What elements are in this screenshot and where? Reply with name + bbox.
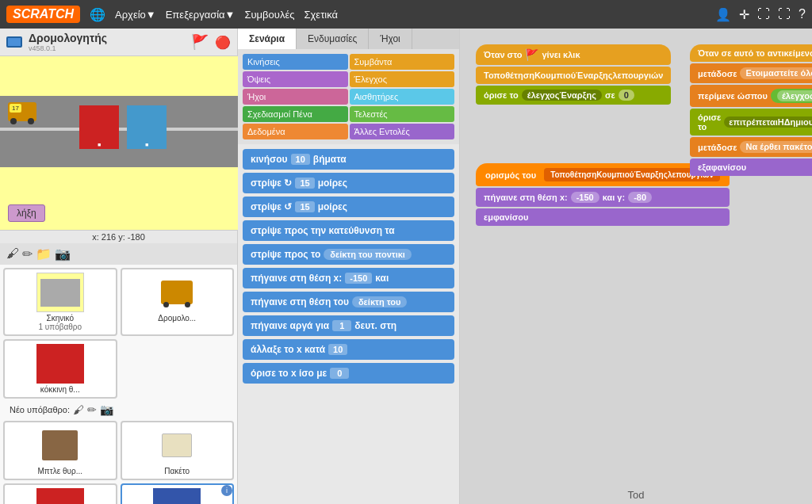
sprite-item-dromologitis[interactable]: Δρομολο...: [121, 268, 235, 336]
new-sprite-camera[interactable]: 📷: [100, 403, 113, 416]
lhx-button[interactable]: λήξη: [8, 204, 45, 222]
script-pigaine-thesi-coord[interactable]: πήγαινε στη θέση x: -150 και γ: -80: [476, 188, 730, 207]
sprite-item-enarxi[interactable]: i έναρξη Έναρξη: [121, 483, 235, 504]
camera-icon[interactable]: 📷: [55, 246, 71, 262]
tab-costumes[interactable]: Ενδυμασίες: [297, 29, 369, 49]
sprite-item-kokkini[interactable]: κόκκινη θ...: [3, 339, 117, 399]
folder-icon[interactable]: 📁: [36, 246, 52, 262]
sprite-item-paketo[interactable]: Πακέτο: [121, 421, 235, 480]
script-orise-elegxos[interactable]: όρισε το έλεγχοςΈναρξης σε 0: [476, 86, 671, 105]
script-topothetisi-call[interactable]: ΤοποθέτησηΚουμπιούΈναρξηςλεπουργιών: [476, 67, 671, 84]
cat-ixoi[interactable]: Ήχοι: [243, 89, 348, 105]
menubar: SCRATCH 🌐 Αρχείο▼ Επεξεργασία▼ Συμβουλές…: [0, 0, 812, 29]
block-pigaine-thesi[interactable]: πήγαινε στη θέση x: -150 και: [243, 268, 454, 288]
block-orise-x[interactable]: όρισε το x ίσο με 0: [243, 363, 454, 384]
script-metadose-paketo[interactable]: μετάδοσε Να έρθει πακέτο ▾: [690, 137, 812, 157]
script-orise-epitrepetai[interactable]: όρισε το επιτρέπεταιΗΔημιουργίαΝέουΠακέτ…: [690, 109, 812, 136]
stage-canvas: 17 ■ ■ λήξη: [0, 56, 238, 231]
stage-icon: [6, 36, 22, 48]
stage-coords: x: 216 y: -180: [0, 231, 237, 243]
vehicle-sprite: 17: [8, 102, 36, 121]
cat-elegxos[interactable]: Έλεγχος: [350, 71, 455, 87]
red-item: ■: [79, 105, 119, 149]
cat-symvanta[interactable]: Συμβάντα: [350, 54, 455, 70]
block-categories: Κινήσεις Συμβάντα Όψεις Έλεγχος Ήχοι Αισ…: [238, 49, 459, 144]
info-badge: i: [221, 485, 232, 496]
fullscreen-icon[interactable]: ⛶: [757, 7, 770, 22]
stop-button[interactable]: 🔴: [215, 35, 231, 50]
new-sprite-row: Νέο υπόβαθρο: 🖌 ✏ 📷: [3, 402, 234, 418]
paint-icon[interactable]: 🖌: [6, 246, 19, 262]
menu-file[interactable]: Αρχείο▼: [115, 9, 156, 21]
script-green-flag-hat[interactable]: Όταν στο 🚩 γίνει κλικ: [476, 44, 671, 65]
tab-scenarios[interactable]: Σενάρια: [238, 29, 297, 49]
block-allaxe-x[interactable]: άλλαξε το x κατά 10: [243, 339, 454, 360]
globe-icon[interactable]: 🌐: [90, 7, 105, 22]
bottom-text: Tod: [628, 489, 645, 501]
script-metadose-etoimasteite[interactable]: μετάδοσε Ετοιμαστείτε όλοι ▾: [690, 63, 812, 83]
new-sprite-file[interactable]: ✏: [87, 403, 97, 416]
cat-aisthitires[interactable]: Αισθητήρες: [350, 89, 455, 105]
scratch-logo: SCRATCH: [6, 6, 80, 23]
cat-kiniseis[interactable]: Κινήσεις: [243, 54, 348, 70]
profile-icon[interactable]: 👤: [715, 7, 731, 22]
tabs: Σενάρια Ενδυμασίες Ήχοι: [238, 29, 459, 49]
tab-sounds[interactable]: Ήχοι: [369, 29, 412, 49]
stage-version: v458.0.1: [29, 44, 107, 52]
sprites-grid: Σκηνικό 1 υπόβαθρο Δρομολο...: [0, 265, 237, 504]
menu-about[interactable]: Σχετικά: [304, 9, 338, 21]
script-click-hat[interactable]: Όταν σε αυτό το αντικείμενο γίνει κλικ: [690, 44, 812, 62]
cat-opseis[interactable]: Όψεις: [243, 71, 348, 87]
new-sprite-label: Νέο υπόβαθρο:: [10, 405, 70, 414]
cat-scediasmoi[interactable]: Σχεδιασμοί Πένα: [243, 106, 348, 122]
block-kinisou[interactable]: κινήσου 10 βήματα: [243, 149, 454, 170]
cat-dedomena[interactable]: Δεδομένα: [243, 124, 348, 139]
help-icon[interactable]: ?: [799, 7, 806, 22]
stage-header: Δρομολογητής v458.0.1 🚩 🔴: [0, 29, 237, 56]
block-stripse1[interactable]: στρίψε ↻ 15 μοίρες: [243, 173, 454, 193]
block-pigaine-thesi-diktis[interactable]: πήγαινε στη θέση του δείκτη του: [243, 292, 454, 312]
block-stripse-pros[interactable]: στρίψε προς το δείκτη του ποντικι: [243, 244, 454, 265]
new-sprite-paint[interactable]: 🖌: [73, 403, 84, 416]
cursor-icon[interactable]: ✏: [22, 246, 33, 262]
sprite-item-mple[interactable]: Μπτλε θυρ...: [3, 421, 117, 480]
stage-title: Δρομολογητής: [29, 32, 107, 44]
add-icon[interactable]: ✛: [739, 7, 749, 22]
menu-icons: 👤 ✛ ⛶ ⛶ ?: [715, 7, 806, 22]
menu-tips[interactable]: Συμβουλές: [244, 9, 294, 21]
script-group-1: Όταν στο 🚩 γίνει κλικ ΤοποθέτησηΚουμπιού…: [476, 44, 671, 105]
block-stripse-katefthinsi[interactable]: στρίψε προς την κατεύθυνση τα: [243, 220, 454, 241]
script-group-3: Όταν σε αυτό το αντικείμενο γίνει κλικ μ…: [690, 44, 812, 176]
script-emfanisou[interactable]: εμφανίσου: [476, 208, 730, 226]
sprite-toolbar: 🖌 ✏ 📁 📷: [0, 243, 237, 265]
green-flag-button[interactable]: 🚩: [191, 33, 209, 51]
scripts-panel: Όταν στο 🚩 γίνει κλικ ΤοποθέτησηΚουμπιού…: [460, 29, 812, 504]
road-line: [0, 128, 238, 131]
sprites-panel: 🖌 ✏ 📁 📷 Σκηνικό 1 υπόβαθρο: [0, 243, 237, 504]
cat-alles[interactable]: Άλλες Εντολές: [350, 124, 455, 139]
blue-item: ■: [127, 105, 167, 149]
resize-icon[interactable]: ⛶: [778, 7, 791, 22]
menu-edit[interactable]: Επεξεργασία▼: [166, 9, 236, 21]
blocks-list: κινήσου 10 βήματα στρίψε ↻ 15 μοίρες στρ…: [238, 144, 459, 504]
sprite-item-kokkino[interactable]: Κόκκινο κ...: [3, 483, 117, 504]
script-perimene-osou[interactable]: περίμενε ώσπου έλεγχοςΈναρξης = 8: [690, 85, 812, 107]
script-exafanisou[interactable]: εξαφανίσου: [690, 158, 812, 176]
block-pigaine-arga[interactable]: πήγαινε αργά για 1 δευτ. στη: [243, 315, 454, 336]
sprite-item-sceniko[interactable]: Σκηνικό 1 υπόβαθρο: [3, 268, 117, 336]
cat-telestes[interactable]: Τελεστές: [350, 106, 455, 122]
block-stripse2[interactable]: στρίψε ↺ 15 μοίρες: [243, 197, 454, 217]
